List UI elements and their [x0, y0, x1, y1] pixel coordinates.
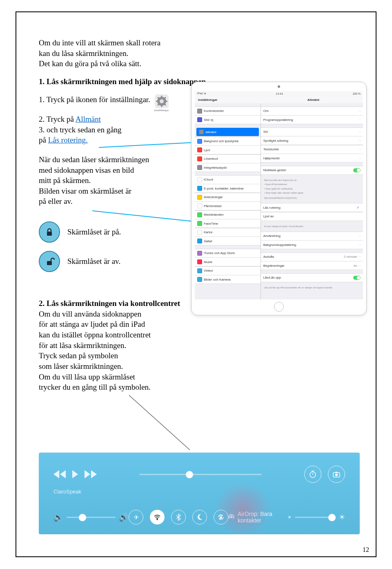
lock-on-label: Skärmlåset är på. — [67, 227, 121, 237]
status-time: 14:44 — [276, 92, 283, 95]
bluetooth-toggle[interactable] — [171, 510, 186, 524]
settings-sidebar: KontrollcenterStör ej AllmäntBakgrund oc… — [195, 103, 261, 299]
camera-button[interactable] — [328, 466, 345, 483]
lock-on-icon — [39, 221, 60, 243]
sidebar-item-facetime[interactable]: FaceTime — [195, 219, 261, 228]
sidebar-item-videor[interactable]: Videor — [195, 266, 261, 275]
intro-paragraph: Om du inte vill att skärmen skall rotera… — [39, 38, 353, 69]
control-center-panel: ClaroSpeak 🔈 🔊 ✈ AirDrop: Bara kontakter — [39, 453, 360, 534]
scrub-slider[interactable] — [139, 474, 262, 475]
multitask-toggle[interactable] — [353, 168, 361, 172]
ipad-home-button[interactable] — [274, 302, 284, 312]
airdrop-button[interactable]: AirDrop: Bara kontakter — [228, 511, 287, 524]
sidebar-item-icloud[interactable]: iCloud — [195, 175, 261, 184]
settings-app-icon — [155, 94, 169, 108]
link-las-rotering[interactable]: Lås rotering. — [48, 136, 88, 144]
note-a: När du sedan låser skärmriktningen — [39, 155, 149, 164]
sidebar-item-p-minnelser[interactable]: Påminnelser — [195, 201, 261, 210]
s2-p5: Tryck sedan på symbolen — [39, 351, 118, 360]
airplane-toggle[interactable]: ✈ — [129, 510, 143, 524]
sidebar-item-e-post-kontakter-kalendrar[interactable]: E-post, kontakter, kalendrar — [195, 184, 261, 193]
settings-row-autol-s[interactable]: Autolås›2 minuter — [261, 252, 363, 261]
brightness-control[interactable]: ☀ ☀ — [287, 513, 345, 522]
lock-off-icon — [39, 251, 60, 272]
header-right: Allmänt — [264, 96, 363, 103]
status-bar: iPad ᴡ 14:44 100 % — [195, 91, 363, 96]
brightness-high-icon: ☀ — [339, 513, 345, 522]
step1-text: 1. Tryck på ikonen för inställningar. — [39, 94, 150, 105]
settings-row-anv-ndning[interactable]: Användning› — [261, 232, 363, 241]
chevron-icon: › — [359, 139, 361, 143]
sidebar-item-integritetsskydd[interactable]: Integritetsskydd — [195, 163, 261, 172]
airdrop-label: AirDrop: Bara kontakter — [238, 511, 287, 524]
do-not-disturb-toggle[interactable] — [192, 510, 207, 524]
multitask-label: Multitask-gester — [263, 168, 286, 172]
multitask-note-3: • Svep uppåt för multitasking — [261, 187, 363, 191]
rewind-button[interactable] — [53, 470, 66, 478]
multitask-note-1: Med fyra eller fem fingrar kan du: — [261, 178, 363, 183]
header-bar: Inställningar Allmänt — [195, 96, 363, 104]
multitask-gestures-row[interactable]: Multitask-gester — [261, 166, 363, 175]
volume-high-icon: 🔊 — [119, 513, 129, 522]
lock-off-label: Skärmlåset är av. — [67, 256, 120, 267]
sidebar-item-meddelanden[interactable]: Meddelanden — [195, 210, 261, 219]
settings-row-l-s-l-s-upp[interactable]: Lås/Lås upp — [261, 273, 363, 282]
sidebar-item-itunes-och-app-store[interactable]: iTunes och App Store — [195, 249, 261, 258]
settings-row-spotlight-s-kning[interactable]: Spotlight-sökning› — [261, 136, 363, 145]
svg-point-18 — [157, 519, 158, 520]
play-button[interactable] — [72, 470, 78, 478]
settings-row-begr-nsningar[interactable]: Begränsningar›Av — [261, 261, 363, 270]
chevron-icon: › — [359, 130, 361, 134]
sidebar-item-l-senkod[interactable]: Lösenkod — [195, 154, 261, 163]
status-left: iPad ᴡ — [197, 92, 206, 95]
svg-line-7 — [165, 104, 166, 105]
wifi-toggle[interactable] — [150, 510, 165, 524]
multitask-note-4: • Svep höger eller vänster mellan appar — [261, 191, 363, 195]
s2-p2: för att stänga av ljudet på din iPad — [39, 320, 145, 328]
sidebar-item-kartor[interactable]: Kartor — [195, 228, 261, 237]
chevron-icon: › — [359, 243, 361, 247]
now-playing-app-label: ClaroSpeak — [53, 489, 81, 495]
sidebar-item-musik[interactable]: Musik — [195, 257, 261, 266]
volume-control[interactable]: 🔈 🔊 — [53, 513, 129, 522]
note-b: med sidoknappen visas en bild — [39, 166, 134, 174]
ipad-screen: iPad ᴡ 14:44 100 % Inställningar Allmänt… — [195, 91, 363, 299]
sidebar-item-st-r-ej[interactable]: Stör ej — [195, 115, 261, 124]
settings-row-bakgrundsuppdatering[interactable]: Bakgrundsuppdatering› — [261, 240, 363, 249]
rotation-lock-toggle[interactable] — [214, 510, 228, 524]
svg-rect-10 — [47, 232, 52, 236]
svg-point-16 — [335, 473, 338, 476]
settings-row-programuppdatering[interactable]: Programuppdatering› — [261, 115, 363, 124]
toggle-switch[interactable] — [353, 276, 361, 280]
sidebar-item-ljud[interactable]: Ljud — [195, 145, 261, 154]
ipad-screenshot: iPad ᴡ 14:44 100 % Inställningar Allmänt… — [191, 82, 367, 315]
media-transport — [53, 470, 97, 478]
svg-line-8 — [158, 104, 159, 105]
settings-row-om[interactable]: Om› — [261, 107, 363, 116]
sidebar-item-safari[interactable]: Safari — [195, 237, 261, 245]
chevron-icon: › — [359, 156, 361, 160]
settings-row-textstorlek[interactable]: Textstorlek› — [261, 145, 363, 154]
chevron-icon: › — [359, 264, 361, 268]
ipad-camera-dot — [278, 85, 280, 88]
chevron-icon: › — [359, 234, 361, 238]
s2-p1: Om du vill använda sidoknappen — [39, 310, 141, 318]
multitask-note-2: • Nypa till hemskärmen — [261, 182, 363, 187]
settings-row-ljud-av[interactable]: Ljud av — [261, 212, 363, 221]
sidebar-item-anteckningar[interactable]: Anteckningar — [195, 193, 261, 202]
settings-row-siri[interactable]: Siri› — [261, 127, 363, 136]
sidebar-item-bilder-och-kamera[interactable]: Bilder och Kamera — [195, 275, 261, 284]
sidebar-item-bakgrund-och-ljusstyrka[interactable]: Bakgrund och ljusstyrka — [195, 137, 261, 146]
sidebar-item-allm-nt[interactable]: Allmänt — [196, 127, 259, 136]
settings-detail-pane: Om›Programuppdatering› Siri›Spotlight-sö… — [261, 103, 363, 299]
timer-button[interactable] — [304, 466, 321, 483]
svg-line-9 — [165, 97, 166, 98]
ljud-note: Du kan stänga av ljudet i Kontrollcenter… — [261, 224, 363, 229]
sidebar-item-kontrollcenter[interactable]: Kontrollcenter — [195, 107, 261, 116]
settings-row-hj-lpmedel[interactable]: Hjälpmedel› — [261, 154, 363, 163]
svg-rect-17 — [335, 472, 338, 473]
volume-low-icon: 🔈 — [53, 513, 63, 522]
forward-button[interactable] — [85, 470, 97, 478]
settings-row-l-s-rotering[interactable]: Lås rotering✓ — [261, 203, 363, 212]
link-allmant[interactable]: Allmänt — [76, 115, 101, 123]
